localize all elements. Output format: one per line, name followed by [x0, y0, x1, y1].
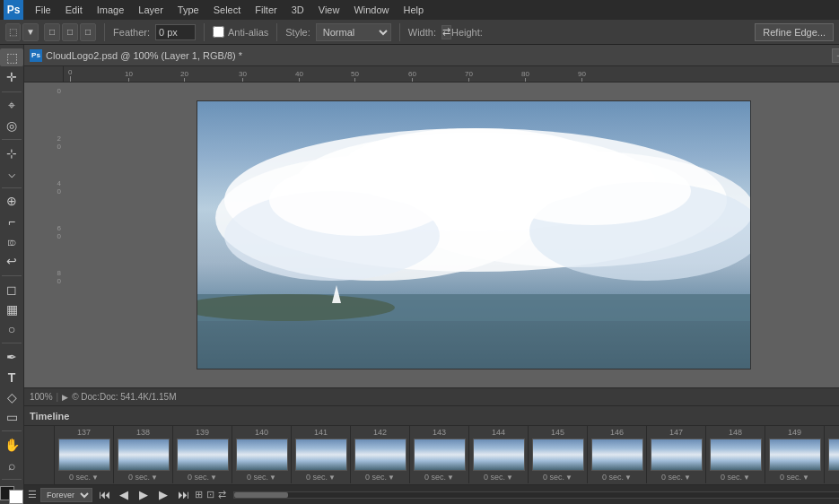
timeline-scroll-area[interactable]: 1370 sec.▼1380 sec.▼1390 sec.▼1400 sec.▼… — [55, 426, 839, 484]
separator-2 — [204, 23, 205, 41]
reverse-btn[interactable]: ⇄ — [218, 489, 226, 500]
timeline-scrollbar[interactable] — [233, 491, 839, 499]
frame-num-139: 139 — [196, 426, 209, 439]
crop-tool[interactable]: ⊹ — [0, 144, 23, 162]
marquee-rect-btn[interactable]: ⬚ — [5, 23, 21, 41]
prev-frame-btn[interactable]: ◀ — [116, 487, 132, 503]
marquee-sub-btn[interactable]: □ — [62, 23, 78, 41]
end-btn[interactable]: ⏭ — [175, 487, 191, 503]
eraser-tool[interactable]: ◻ — [0, 280, 23, 298]
menu-type[interactable]: Type — [171, 3, 205, 17]
ruler-mark-20: 20 — [180, 70, 188, 78]
menubar: Ps File Edit Image Layer Type Select Fil… — [0, 0, 839, 20]
gradient-tool[interactable]: ▦ — [0, 300, 23, 318]
canvas-svg — [197, 101, 751, 369]
play-btn[interactable]: ▶ — [135, 487, 152, 503]
frame-delay-144: 0 sec.▼ — [484, 471, 513, 483]
add-frame-btn[interactable]: ☰ — [28, 489, 37, 500]
ruler-h-marks: 0 10 20 30 40 50 60 70 80 90 — [64, 66, 839, 82]
doc-minimize-btn[interactable]: − — [832, 48, 839, 63]
menu-file[interactable]: File — [29, 3, 57, 17]
frame-item-140[interactable]: 1400 sec.▼ — [232, 426, 292, 483]
hand-tool[interactable]: ✋ — [0, 436, 23, 454]
copy-frame-btn[interactable]: ⊡ — [206, 489, 214, 500]
text-tool[interactable]: T — [0, 369, 23, 387]
frame-item-142[interactable]: 1420 sec.▼ — [351, 426, 410, 483]
menu-layer[interactable]: Layer — [132, 3, 170, 17]
menu-3d[interactable]: 3D — [285, 3, 310, 17]
loop-select[interactable]: Forever Once 3 Times — [40, 488, 92, 502]
frame-item-139[interactable]: 1390 sec.▼ — [173, 426, 232, 483]
menu-image[interactable]: Image — [91, 3, 131, 17]
eyedropper-tool[interactable]: ⌵ — [0, 164, 23, 182]
timeline-header: Timeline ▲ ≡ — [24, 406, 839, 426]
zoom-tool[interactable]: ⌕ — [0, 456, 23, 474]
frame-item-149[interactable]: 1490 sec.▼ — [765, 426, 825, 483]
antialias-option[interactable]: Anti-alias — [213, 26, 268, 38]
frame-item-143[interactable]: 1430 sec.▼ — [410, 426, 469, 483]
frame-item-145[interactable]: 1450 sec.▼ — [529, 426, 588, 483]
tween-btn[interactable]: ⊞ — [195, 489, 203, 500]
menu-view[interactable]: View — [312, 3, 346, 17]
move-tool[interactable]: ✛ — [0, 68, 23, 86]
canvas[interactable] — [64, 83, 839, 387]
frame-item-150[interactable]: 1500 sec.▼ — [825, 426, 839, 483]
marquee-add-btn[interactable]: □ — [44, 23, 60, 41]
rewind-btn[interactable]: ⏮ — [96, 487, 112, 503]
style-select[interactable]: Normal Fixed Ratio Fixed Size — [316, 23, 391, 41]
frame-item-147[interactable]: 1470 sec.▼ — [647, 426, 706, 483]
ruler-mark-10: 10 — [125, 70, 133, 78]
next-frame-btn[interactable]: ▶ — [155, 487, 171, 503]
color-picker[interactable] — [0, 486, 23, 504]
frame-item-138[interactable]: 1380 sec.▼ — [114, 426, 173, 483]
frame-delay-147: 0 sec.▼ — [661, 471, 691, 483]
ruler-mark-60: 60 — [408, 70, 416, 78]
frame-item-141[interactable]: 1410 sec.▼ — [292, 426, 351, 483]
lasso-tool[interactable]: ⌖ — [0, 96, 23, 114]
menu-edit[interactable]: Edit — [59, 3, 89, 17]
frame-num-140: 140 — [255, 426, 268, 439]
tool-separator-6 — [2, 430, 22, 431]
doc-ps-icon: Ps — [30, 49, 42, 62]
feather-input[interactable] — [155, 24, 196, 40]
healing-tool[interactable]: ⊕ — [0, 192, 23, 210]
brush-tool[interactable]: ⌐ — [0, 213, 23, 230]
menu-select[interactable]: Select — [207, 3, 248, 17]
frame-num-141: 141 — [314, 426, 328, 439]
antialias-checkbox[interactable] — [213, 26, 224, 38]
marquee-opts-btn[interactable]: ▼ — [22, 23, 39, 41]
ps-logo: Ps — [4, 0, 23, 20]
swap-wh-btn[interactable]: ⇄ — [441, 25, 451, 39]
frame-item-137[interactable]: 1370 sec.▼ — [55, 426, 114, 483]
marquee-intersect-btn[interactable]: □ — [80, 23, 96, 41]
frame-thumb-138 — [118, 439, 170, 471]
frame-thumb-146 — [591, 439, 643, 471]
menu-help[interactable]: Help — [398, 3, 431, 17]
shape-tool[interactable]: ▭ — [0, 408, 23, 426]
menu-window[interactable]: Window — [347, 3, 395, 17]
history-brush-tool[interactable]: ↩ — [0, 252, 23, 270]
timeline-footer: ☰ Forever Once 3 Times ⏮ ◀ ▶ ▶ ⏭ ⊞ ⊡ ⇄ 🗑 — [24, 484, 839, 504]
quick-select-tool[interactable]: ◎ — [0, 117, 23, 135]
frame-delay-141: 0 sec.▼ — [306, 471, 336, 483]
ruler-mark-30: 30 — [239, 70, 247, 78]
frame-item-148[interactable]: 1480 sec.▼ — [706, 426, 765, 483]
frame-num-145: 145 — [551, 426, 564, 439]
frame-item-144[interactable]: 1440 sec.▼ — [469, 426, 529, 483]
dodge-tool[interactable]: ○ — [0, 320, 23, 338]
frame-thumb-141 — [295, 439, 347, 471]
clone-tool[interactable]: ⎄ — [0, 232, 23, 250]
path-select-tool[interactable]: ◇ — [0, 388, 23, 406]
ruler-mark-50: 50 — [351, 70, 359, 78]
marquee-tool[interactable]: ⬚ — [0, 48, 23, 66]
menu-filter[interactable]: Filter — [249, 3, 283, 17]
refine-edge-button[interactable]: Refine Edge... — [755, 23, 834, 41]
separator-1 — [104, 23, 105, 41]
pen-tool[interactable]: ✒ — [0, 348, 23, 366]
background-color[interactable] — [9, 490, 23, 504]
frame-item-146[interactable]: 1460 sec.▼ — [588, 426, 647, 483]
tool-separator-5 — [2, 343, 22, 343]
frame-thumb-143 — [414, 439, 466, 471]
timeline-scrollbar-thumb — [234, 492, 288, 498]
frame-delay-146: 0 sec.▼ — [602, 471, 632, 483]
